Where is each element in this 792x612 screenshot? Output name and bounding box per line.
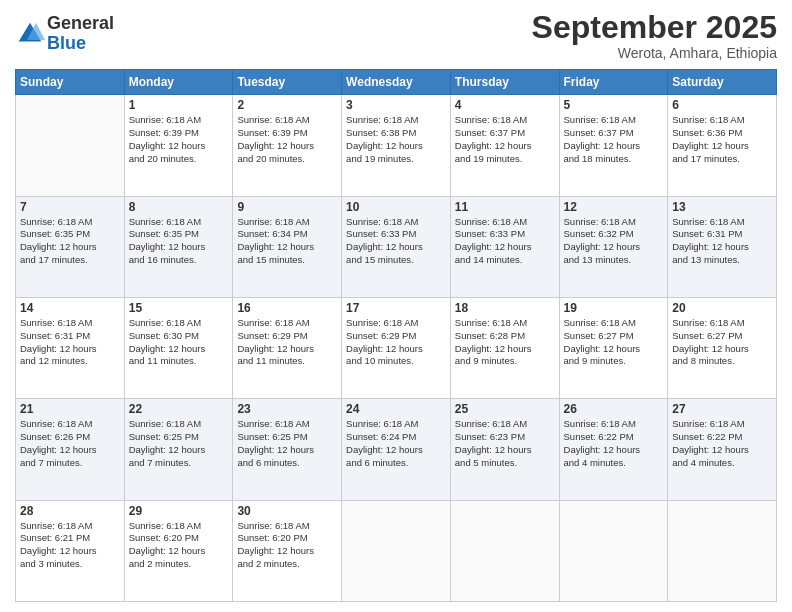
day-number: 13 xyxy=(672,200,772,214)
calendar-cell: 14Sunrise: 6:18 AM Sunset: 6:31 PM Dayli… xyxy=(16,297,125,398)
day-number: 28 xyxy=(20,504,120,518)
day-number: 25 xyxy=(455,402,555,416)
day-number: 30 xyxy=(237,504,337,518)
day-info: Sunrise: 6:18 AM Sunset: 6:25 PM Dayligh… xyxy=(129,418,229,469)
day-number: 12 xyxy=(564,200,664,214)
calendar-cell: 28Sunrise: 6:18 AM Sunset: 6:21 PM Dayli… xyxy=(16,500,125,601)
calendar-cell: 3Sunrise: 6:18 AM Sunset: 6:38 PM Daylig… xyxy=(342,95,451,196)
day-number: 24 xyxy=(346,402,446,416)
calendar-cell: 26Sunrise: 6:18 AM Sunset: 6:22 PM Dayli… xyxy=(559,399,668,500)
calendar-cell: 4Sunrise: 6:18 AM Sunset: 6:37 PM Daylig… xyxy=(450,95,559,196)
day-number: 21 xyxy=(20,402,120,416)
day-number: 18 xyxy=(455,301,555,315)
calendar-cell: 18Sunrise: 6:18 AM Sunset: 6:28 PM Dayli… xyxy=(450,297,559,398)
day-info: Sunrise: 6:18 AM Sunset: 6:32 PM Dayligh… xyxy=(564,216,664,267)
calendar-cell: 8Sunrise: 6:18 AM Sunset: 6:35 PM Daylig… xyxy=(124,196,233,297)
day-number: 27 xyxy=(672,402,772,416)
day-info: Sunrise: 6:18 AM Sunset: 6:39 PM Dayligh… xyxy=(237,114,337,165)
day-info: Sunrise: 6:18 AM Sunset: 6:29 PM Dayligh… xyxy=(237,317,337,368)
logo-icon xyxy=(15,19,45,49)
header-row: SundayMondayTuesdayWednesdayThursdayFrid… xyxy=(16,70,777,95)
day-number: 14 xyxy=(20,301,120,315)
calendar-cell: 23Sunrise: 6:18 AM Sunset: 6:25 PM Dayli… xyxy=(233,399,342,500)
day-number: 9 xyxy=(237,200,337,214)
day-info: Sunrise: 6:18 AM Sunset: 6:22 PM Dayligh… xyxy=(564,418,664,469)
day-number: 20 xyxy=(672,301,772,315)
day-info: Sunrise: 6:18 AM Sunset: 6:38 PM Dayligh… xyxy=(346,114,446,165)
calendar-cell: 27Sunrise: 6:18 AM Sunset: 6:22 PM Dayli… xyxy=(668,399,777,500)
header-cell-friday: Friday xyxy=(559,70,668,95)
day-number: 23 xyxy=(237,402,337,416)
calendar-cell: 7Sunrise: 6:18 AM Sunset: 6:35 PM Daylig… xyxy=(16,196,125,297)
calendar-cell: 5Sunrise: 6:18 AM Sunset: 6:37 PM Daylig… xyxy=(559,95,668,196)
day-number: 8 xyxy=(129,200,229,214)
calendar-cell: 10Sunrise: 6:18 AM Sunset: 6:33 PM Dayli… xyxy=(342,196,451,297)
calendar-cell: 9Sunrise: 6:18 AM Sunset: 6:34 PM Daylig… xyxy=(233,196,342,297)
day-number: 16 xyxy=(237,301,337,315)
day-number: 1 xyxy=(129,98,229,112)
header-cell-sunday: Sunday xyxy=(16,70,125,95)
header: General Blue September 2025 Werota, Amha… xyxy=(15,10,777,61)
day-number: 10 xyxy=(346,200,446,214)
calendar-cell xyxy=(342,500,451,601)
page: General Blue September 2025 Werota, Amha… xyxy=(0,0,792,612)
day-number: 15 xyxy=(129,301,229,315)
day-info: Sunrise: 6:18 AM Sunset: 6:34 PM Dayligh… xyxy=(237,216,337,267)
logo: General Blue xyxy=(15,14,114,54)
logo-text: General Blue xyxy=(47,14,114,54)
calendar-cell xyxy=(450,500,559,601)
calendar-cell: 29Sunrise: 6:18 AM Sunset: 6:20 PM Dayli… xyxy=(124,500,233,601)
day-info: Sunrise: 6:18 AM Sunset: 6:29 PM Dayligh… xyxy=(346,317,446,368)
header-cell-thursday: Thursday xyxy=(450,70,559,95)
calendar-cell: 1Sunrise: 6:18 AM Sunset: 6:39 PM Daylig… xyxy=(124,95,233,196)
day-number: 22 xyxy=(129,402,229,416)
day-number: 4 xyxy=(455,98,555,112)
calendar-cell xyxy=(16,95,125,196)
calendar-cell: 25Sunrise: 6:18 AM Sunset: 6:23 PM Dayli… xyxy=(450,399,559,500)
day-info: Sunrise: 6:18 AM Sunset: 6:37 PM Dayligh… xyxy=(564,114,664,165)
day-info: Sunrise: 6:18 AM Sunset: 6:35 PM Dayligh… xyxy=(20,216,120,267)
calendar-cell: 15Sunrise: 6:18 AM Sunset: 6:30 PM Dayli… xyxy=(124,297,233,398)
logo-general: General xyxy=(47,14,114,34)
day-number: 6 xyxy=(672,98,772,112)
day-info: Sunrise: 6:18 AM Sunset: 6:23 PM Dayligh… xyxy=(455,418,555,469)
day-number: 26 xyxy=(564,402,664,416)
calendar-cell: 11Sunrise: 6:18 AM Sunset: 6:33 PM Dayli… xyxy=(450,196,559,297)
day-number: 19 xyxy=(564,301,664,315)
calendar-cell: 30Sunrise: 6:18 AM Sunset: 6:20 PM Dayli… xyxy=(233,500,342,601)
calendar-cell: 21Sunrise: 6:18 AM Sunset: 6:26 PM Dayli… xyxy=(16,399,125,500)
calendar-cell: 22Sunrise: 6:18 AM Sunset: 6:25 PM Dayli… xyxy=(124,399,233,500)
calendar-cell: 24Sunrise: 6:18 AM Sunset: 6:24 PM Dayli… xyxy=(342,399,451,500)
day-number: 17 xyxy=(346,301,446,315)
calendar-cell xyxy=(668,500,777,601)
header-cell-monday: Monday xyxy=(124,70,233,95)
day-number: 29 xyxy=(129,504,229,518)
day-info: Sunrise: 6:18 AM Sunset: 6:35 PM Dayligh… xyxy=(129,216,229,267)
day-info: Sunrise: 6:18 AM Sunset: 6:22 PM Dayligh… xyxy=(672,418,772,469)
day-info: Sunrise: 6:18 AM Sunset: 6:36 PM Dayligh… xyxy=(672,114,772,165)
day-info: Sunrise: 6:18 AM Sunset: 6:25 PM Dayligh… xyxy=(237,418,337,469)
day-info: Sunrise: 6:18 AM Sunset: 6:21 PM Dayligh… xyxy=(20,520,120,571)
calendar-cell xyxy=(559,500,668,601)
day-number: 7 xyxy=(20,200,120,214)
calendar-cell: 13Sunrise: 6:18 AM Sunset: 6:31 PM Dayli… xyxy=(668,196,777,297)
day-info: Sunrise: 6:18 AM Sunset: 6:27 PM Dayligh… xyxy=(672,317,772,368)
day-info: Sunrise: 6:18 AM Sunset: 6:33 PM Dayligh… xyxy=(346,216,446,267)
day-info: Sunrise: 6:18 AM Sunset: 6:20 PM Dayligh… xyxy=(129,520,229,571)
week-row-2: 7Sunrise: 6:18 AM Sunset: 6:35 PM Daylig… xyxy=(16,196,777,297)
calendar-cell: 16Sunrise: 6:18 AM Sunset: 6:29 PM Dayli… xyxy=(233,297,342,398)
week-row-5: 28Sunrise: 6:18 AM Sunset: 6:21 PM Dayli… xyxy=(16,500,777,601)
week-row-4: 21Sunrise: 6:18 AM Sunset: 6:26 PM Dayli… xyxy=(16,399,777,500)
calendar-cell: 19Sunrise: 6:18 AM Sunset: 6:27 PM Dayli… xyxy=(559,297,668,398)
header-cell-tuesday: Tuesday xyxy=(233,70,342,95)
calendar-table: SundayMondayTuesdayWednesdayThursdayFrid… xyxy=(15,69,777,602)
calendar-cell: 12Sunrise: 6:18 AM Sunset: 6:32 PM Dayli… xyxy=(559,196,668,297)
day-info: Sunrise: 6:18 AM Sunset: 6:31 PM Dayligh… xyxy=(20,317,120,368)
calendar-cell: 6Sunrise: 6:18 AM Sunset: 6:36 PM Daylig… xyxy=(668,95,777,196)
title-block: September 2025 Werota, Amhara, Ethiopia xyxy=(532,10,777,61)
week-row-1: 1Sunrise: 6:18 AM Sunset: 6:39 PM Daylig… xyxy=(16,95,777,196)
location: Werota, Amhara, Ethiopia xyxy=(532,45,777,61)
day-info: Sunrise: 6:18 AM Sunset: 6:20 PM Dayligh… xyxy=(237,520,337,571)
day-info: Sunrise: 6:18 AM Sunset: 6:31 PM Dayligh… xyxy=(672,216,772,267)
day-number: 5 xyxy=(564,98,664,112)
